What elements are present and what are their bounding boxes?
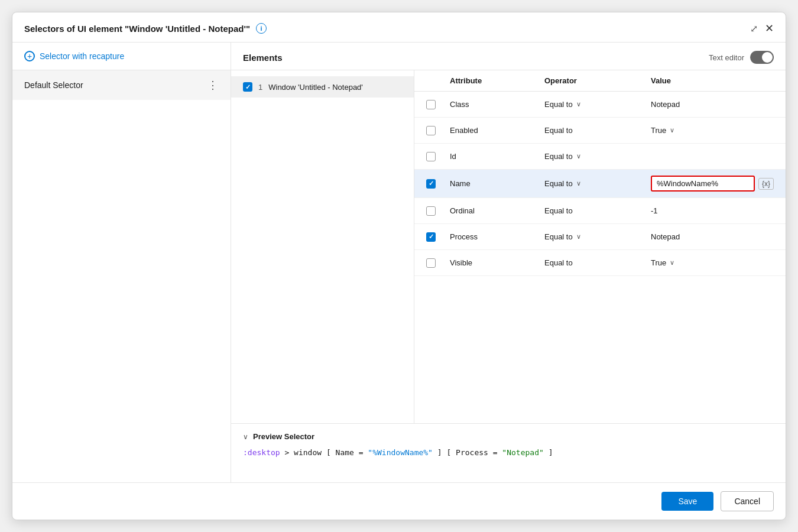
- attr-name-ordinal: Ordinal: [450, 206, 544, 215]
- code-val-windowname: "%WindowName%": [368, 448, 433, 457]
- value-visible: True ∨: [651, 258, 774, 267]
- title-bar: Selectors of UI element "Window 'Untitle…: [12, 12, 786, 43]
- header-value: Value: [651, 76, 774, 85]
- header-attribute: Attribute: [450, 76, 544, 85]
- plus-icon: +: [24, 51, 35, 61]
- checkbox-id[interactable]: [426, 152, 436, 161]
- code-attr-name: Name: [336, 448, 354, 457]
- selector-item-menu-icon[interactable]: ⋮: [207, 79, 219, 92]
- code-arrow: >: [284, 448, 294, 457]
- element-number: 1: [258, 83, 262, 92]
- code-eq2: =: [493, 448, 498, 457]
- attributes-table: Attribute Operator Value Class Equal to …: [414, 70, 786, 423]
- attr-row-enabled: Enabled Equal to True ∨: [414, 118, 786, 144]
- checkbox-name[interactable]: [426, 179, 436, 189]
- elements-title: Elements: [243, 53, 283, 63]
- default-selector-item[interactable]: Default Selector ⋮: [12, 70, 231, 100]
- elements-header: Elements Text editor: [231, 43, 786, 70]
- element-label: Window 'Untitled - Notepad': [268, 83, 363, 92]
- text-editor-label: Text editor: [709, 53, 744, 62]
- code-attr-process: Process: [456, 448, 488, 457]
- add-selector-label: Selector with recapture: [40, 51, 124, 61]
- left-panel: + Selector with recapture Default Select…: [12, 43, 231, 482]
- operator-id: Equal to ∨: [544, 152, 651, 161]
- expand-icon[interactable]: ⤢: [750, 23, 758, 34]
- operator-class-dropdown[interactable]: ∨: [576, 100, 581, 108]
- attr-row-process: Process Equal to ∨ Notepad: [414, 224, 786, 250]
- operator-name: Equal to ∨: [544, 179, 651, 188]
- attr-name-id: Id: [450, 152, 544, 161]
- attr-row-ordinal: Ordinal Equal to -1: [414, 198, 786, 224]
- value-name: %WindowName% {x}: [651, 176, 774, 192]
- attr-row-class: Class Equal to ∨ Notepad: [414, 92, 786, 118]
- code-desktop: :desktop: [243, 448, 280, 457]
- code-bracket4: ]: [549, 448, 553, 457]
- code-val-notepad: "Notepad": [502, 448, 543, 457]
- preview-title: Preview Selector: [253, 432, 314, 441]
- attributes-header-row: Attribute Operator Value: [414, 70, 786, 92]
- value-enabled-dropdown[interactable]: ∨: [670, 126, 674, 134]
- operator-process-dropdown[interactable]: ∨: [576, 233, 581, 241]
- operator-enabled: Equal to: [544, 126, 651, 135]
- cancel-button[interactable]: Cancel: [721, 491, 774, 511]
- value-class: Notepad: [651, 100, 774, 109]
- save-button[interactable]: Save: [661, 492, 713, 511]
- value-process: Notepad: [651, 232, 774, 241]
- header-checkbox-col: [426, 76, 450, 85]
- title-bar-right: ⤢ ✕: [750, 22, 774, 35]
- code-eq1: =: [359, 448, 364, 457]
- close-icon[interactable]: ✕: [765, 22, 774, 35]
- dialog: Selectors of UI element "Window 'Untitle…: [12, 12, 786, 520]
- checkbox-visible[interactable]: [426, 258, 436, 268]
- variable-icon[interactable]: {x}: [758, 178, 774, 190]
- element-checkbox[interactable]: [243, 82, 252, 92]
- operator-id-dropdown[interactable]: ∨: [576, 153, 581, 160]
- attr-name-visible: Visible: [450, 258, 544, 267]
- value-ordinal: -1: [651, 206, 774, 215]
- code-window: window: [294, 448, 322, 457]
- checkbox-enabled[interactable]: [426, 126, 436, 135]
- elements-attrs-area: 1 Window 'Untitled - Notepad' Attribute …: [231, 70, 786, 423]
- text-editor-toggle[interactable]: [750, 51, 774, 64]
- attr-name-class: Class: [450, 100, 544, 109]
- code-bracket1: [: [326, 448, 331, 457]
- value-enabled: True ∨: [651, 126, 774, 135]
- operator-visible: Equal to: [544, 258, 651, 267]
- selector-item-label: Default Selector: [24, 80, 83, 90]
- info-icon[interactable]: i: [256, 23, 267, 34]
- preview-chevron-icon: ∨: [243, 433, 248, 441]
- footer: Save Cancel: [12, 482, 786, 520]
- preview-header[interactable]: ∨ Preview Selector: [243, 432, 774, 441]
- attr-name-name: Name: [450, 179, 544, 188]
- attr-row-id: Id Equal to ∨: [414, 144, 786, 170]
- value-visible-dropdown[interactable]: ∨: [670, 259, 674, 267]
- name-value-input[interactable]: %WindowName%: [651, 176, 755, 192]
- title-bar-left: Selectors of UI element "Window 'Untitle…: [24, 23, 267, 34]
- attr-name-enabled: Enabled: [450, 126, 544, 135]
- preview-section: ∨ Preview Selector :desktop > window [ N…: [231, 423, 786, 482]
- operator-ordinal: Equal to: [544, 206, 651, 215]
- preview-code: :desktop > window [ Name = "%WindowName%…: [243, 447, 774, 459]
- checkbox-class[interactable]: [426, 100, 436, 109]
- header-operator: Operator: [544, 76, 651, 85]
- right-panel: Elements Text editor 1 Window 'Untitled …: [231, 43, 786, 482]
- attr-row-visible: Visible Equal to True ∨: [414, 250, 786, 276]
- operator-process: Equal to ∨: [544, 232, 651, 241]
- code-bracket3: [: [446, 448, 451, 457]
- element-row[interactable]: 1 Window 'Untitled - Notepad': [231, 76, 414, 98]
- text-editor-row: Text editor: [709, 51, 774, 64]
- attr-name-process: Process: [450, 232, 544, 241]
- checkbox-ordinal[interactable]: [426, 206, 436, 216]
- attr-row-name: Name Equal to ∨ %WindowName% {x}: [414, 170, 786, 198]
- checkbox-process[interactable]: [426, 232, 436, 242]
- dialog-title: Selectors of UI element "Window 'Untitle…: [24, 24, 250, 34]
- elements-list: 1 Window 'Untitled - Notepad': [231, 70, 414, 423]
- operator-name-dropdown[interactable]: ∨: [576, 180, 581, 187]
- operator-class: Equal to ∨: [544, 100, 651, 109]
- code-bracket2: ]: [437, 448, 442, 457]
- add-selector-button[interactable]: + Selector with recapture: [12, 43, 231, 70]
- main-content: + Selector with recapture Default Select…: [12, 43, 786, 482]
